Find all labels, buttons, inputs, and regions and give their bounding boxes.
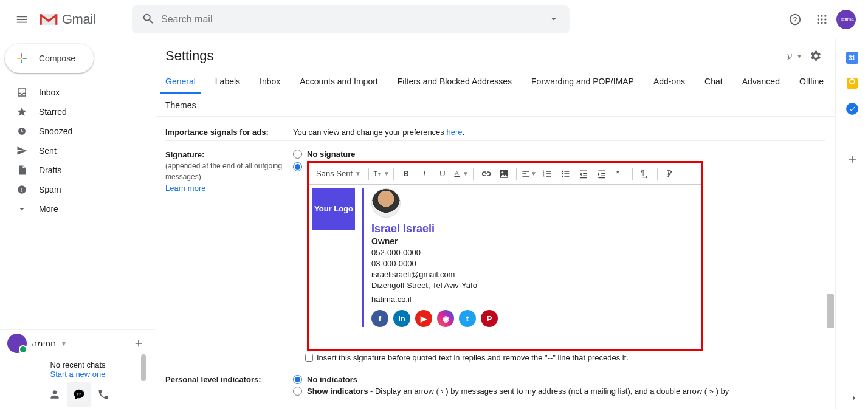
no-signature-option[interactable]: No signature bbox=[293, 150, 825, 159]
youtube-icon[interactable]: ▶ bbox=[415, 310, 432, 327]
link-button[interactable] bbox=[477, 165, 494, 182]
tab-themes[interactable]: Themes bbox=[165, 100, 196, 110]
pli-body: No indicators Show indicators - Display … bbox=[293, 375, 825, 397]
account-avatar[interactable]: Hatima bbox=[836, 10, 856, 29]
no-indicators-radio[interactable] bbox=[293, 375, 302, 384]
settings-tabs-row2: Themes bbox=[156, 94, 835, 117]
apps-icon[interactable] bbox=[810, 7, 834, 32]
twitter-icon[interactable]: t bbox=[459, 310, 476, 327]
tab-labels[interactable]: Labels bbox=[210, 70, 245, 94]
hangouts-scrollbar[interactable] bbox=[141, 354, 146, 381]
get-addons-button[interactable] bbox=[846, 153, 859, 166]
tab-accounts[interactable]: Accounts and Import bbox=[295, 70, 382, 94]
keep-button[interactable] bbox=[846, 77, 859, 90]
text-direction-button[interactable]: ¶ bbox=[636, 165, 653, 182]
insert-before-quoted-option[interactable]: Insert this signature before quoted text… bbox=[305, 353, 825, 362]
calendar-icon: 31 bbox=[846, 52, 858, 64]
indent-less-button[interactable] bbox=[575, 165, 592, 182]
phone-tab[interactable] bbox=[91, 382, 115, 407]
svg-text:”: ” bbox=[616, 170, 620, 178]
show-indicators-radio[interactable] bbox=[293, 387, 302, 396]
gear-icon[interactable] bbox=[806, 46, 825, 66]
hangouts-panel: חתימה ▼ No recent chats Start a new one bbox=[0, 329, 156, 409]
gmail-logo[interactable]: Gmail bbox=[39, 12, 95, 27]
insert-before-quoted-checkbox[interactable] bbox=[305, 354, 313, 362]
support-icon[interactable]: ? bbox=[783, 7, 807, 32]
quote-button[interactable]: ” bbox=[611, 165, 629, 182]
sidebar-item-snoozed[interactable]: Snoozed bbox=[0, 122, 156, 141]
signature-learn-more[interactable]: Learn more bbox=[165, 184, 205, 193]
text-color-button[interactable]: A▼ bbox=[452, 165, 469, 182]
sidebar-item-starred[interactable]: Starred bbox=[0, 102, 156, 122]
signature-radio[interactable] bbox=[293, 162, 302, 171]
signature-label: Signature: bbox=[165, 150, 204, 159]
tab-filters[interactable]: Filters and Blocked Addresses bbox=[393, 70, 517, 94]
sidebar-item-more[interactable]: More bbox=[0, 199, 156, 219]
font-family-dropdown[interactable]: Sans Serif ▼ bbox=[312, 169, 365, 178]
importance-here-link[interactable]: here bbox=[446, 128, 462, 137]
search-icon[interactable] bbox=[137, 7, 160, 32]
tasks-button[interactable] bbox=[846, 102, 859, 115]
sidebar-item-drafts[interactable]: Drafts bbox=[0, 160, 156, 180]
signature-name: Israel Israeli bbox=[371, 222, 498, 235]
bold-button[interactable]: B bbox=[398, 165, 415, 182]
tab-chat[interactable]: Chat bbox=[700, 70, 728, 94]
contacts-tab[interactable] bbox=[43, 382, 67, 407]
align-button[interactable]: ▼ bbox=[520, 165, 537, 182]
body: Compose Inbox Starred Snoozed Sent Draft… bbox=[0, 39, 868, 409]
pinterest-icon[interactable]: P bbox=[481, 310, 498, 327]
compose-button[interactable]: Compose bbox=[5, 44, 94, 73]
start-chat-link[interactable]: Start a new one bbox=[0, 369, 156, 379]
signature-role: Owner bbox=[371, 236, 498, 246]
header: Gmail ? Hatima bbox=[0, 0, 868, 39]
chevron-down-icon: ▼ bbox=[463, 170, 469, 177]
importance-label: Importance signals for ads: bbox=[165, 128, 293, 137]
font-size-button[interactable]: TT▼ bbox=[373, 165, 390, 182]
tab-forwarding[interactable]: Forwarding and POP/IMAP bbox=[526, 70, 639, 94]
chevron-down-icon[interactable]: ▼ bbox=[796, 53, 802, 60]
remove-formatting-button[interactable]: T bbox=[661, 165, 678, 182]
search-input[interactable] bbox=[160, 13, 543, 26]
bullet-list-button[interactable] bbox=[557, 165, 574, 182]
inbox-icon bbox=[16, 87, 28, 98]
instagram-icon[interactable]: ◉ bbox=[437, 310, 454, 327]
no-signature-radio[interactable] bbox=[293, 150, 302, 159]
sidebar-item-inbox[interactable]: Inbox bbox=[0, 83, 156, 102]
side-panel: 31 bbox=[835, 39, 868, 409]
main-scrollbar[interactable] bbox=[827, 294, 834, 328]
underline-button[interactable]: U bbox=[434, 165, 451, 182]
sidebar-item-spam[interactable]: ! Spam bbox=[0, 180, 156, 199]
no-indicators-option[interactable]: No indicators bbox=[293, 375, 825, 384]
plus-icon bbox=[846, 153, 858, 165]
signature-email: israelisraeli@gmail.com bbox=[371, 270, 498, 279]
italic-button[interactable]: I bbox=[416, 165, 433, 182]
calendar-button[interactable]: 31 bbox=[846, 51, 859, 64]
search-options-dropdown[interactable] bbox=[543, 8, 565, 32]
hide-sidepanel-button[interactable] bbox=[849, 393, 859, 405]
new-chat-button[interactable] bbox=[129, 334, 148, 353]
chevron-down-icon[interactable]: ▼ bbox=[61, 340, 67, 347]
linkedin-icon[interactable]: in bbox=[393, 310, 410, 327]
numbered-list-button[interactable]: 123 bbox=[539, 165, 556, 182]
sidebar-item-sent[interactable]: Sent bbox=[0, 141, 156, 160]
separator bbox=[516, 168, 517, 180]
image-button[interactable] bbox=[495, 165, 512, 182]
signature-content[interactable]: Your Logo Israel Israeli Owner 052-000-0… bbox=[309, 185, 701, 349]
hangouts-tab[interactable] bbox=[67, 382, 91, 407]
tab-general[interactable]: General bbox=[160, 70, 201, 94]
no-signature-label: No signature bbox=[307, 150, 355, 159]
svg-point-5 bbox=[821, 15, 822, 17]
tab-inbox[interactable]: Inbox bbox=[255, 70, 285, 94]
svg-text:A: A bbox=[455, 169, 459, 176]
main-menu-button[interactable] bbox=[7, 5, 36, 34]
input-tools-button[interactable]: ע bbox=[787, 51, 793, 61]
indent-more-button[interactable] bbox=[593, 165, 610, 182]
tab-advanced[interactable]: Advanced bbox=[737, 70, 785, 94]
facebook-icon[interactable]: f bbox=[371, 310, 388, 327]
tab-offline[interactable]: Offline bbox=[794, 70, 828, 94]
settings-header: Settings ע ▼ bbox=[156, 39, 835, 70]
hangouts-avatar[interactable] bbox=[7, 334, 27, 353]
show-indicators-option[interactable]: Show indicators - Display an arrow ( › )… bbox=[293, 387, 825, 396]
tab-addons[interactable]: Add-ons bbox=[649, 70, 690, 94]
svg-text:?: ? bbox=[793, 16, 797, 24]
